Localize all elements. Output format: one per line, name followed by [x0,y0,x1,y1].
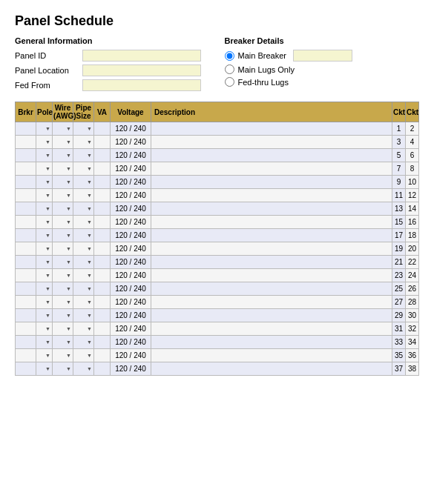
cell-pipe[interactable] [73,362,94,376]
cell-pole[interactable]: 123 [36,256,53,269]
pipe-select[interactable] [73,150,93,162]
cell-pipe[interactable] [73,149,94,162]
cell-pole[interactable]: 123 [36,269,53,282]
cell-pole[interactable]: 123 [36,362,53,376]
cell-pole[interactable]: 123 [36,322,53,336]
pipe-select[interactable] [73,243,93,255]
cell-wire[interactable] [53,122,73,136]
pole-select[interactable]: 123 [36,243,52,255]
cell-description[interactable] [151,282,392,296]
pole-select[interactable]: 123 [36,296,52,308]
pole-select[interactable]: 123 [36,123,52,135]
wire-select[interactable] [53,336,73,348]
pipe-select[interactable] [73,230,93,242]
cell-description[interactable] [151,189,392,202]
cell-pipe[interactable] [73,349,94,362]
cell-wire[interactable] [53,149,73,162]
pole-select[interactable]: 123 [36,310,52,322]
cell-description[interactable] [151,256,392,269]
cell-pipe[interactable] [73,176,94,189]
cell-description[interactable] [151,336,392,349]
cell-wire[interactable] [53,362,73,376]
pole-select[interactable]: 123 [36,363,52,375]
wire-select[interactable] [53,270,73,282]
pole-select[interactable]: 123 [36,336,52,348]
pipe-select[interactable] [73,123,93,135]
cell-description[interactable] [151,122,392,136]
pole-select[interactable]: 123 [36,256,52,268]
cell-description[interactable] [151,242,392,256]
wire-select[interactable] [53,310,73,322]
pipe-select[interactable] [73,256,93,268]
cell-pole[interactable]: 123 [36,349,53,362]
wire-select[interactable] [53,256,73,268]
cell-description[interactable] [151,162,392,176]
pipe-select[interactable] [73,323,93,335]
cell-pipe[interactable] [73,282,94,296]
wire-select[interactable] [53,230,73,242]
wire-select[interactable] [53,123,73,135]
main-breaker-radio[interactable] [225,51,234,61]
pole-select[interactable]: 123 [36,176,52,188]
pipe-select[interactable] [73,176,93,188]
wire-select[interactable] [53,190,73,202]
cell-description[interactable] [151,362,392,376]
cell-pole[interactable]: 123 [36,176,53,189]
cell-pole[interactable]: 123 [36,136,53,149]
pole-select[interactable]: 123 [36,216,52,228]
cell-wire[interactable] [53,136,73,149]
main-breaker-input[interactable] [293,50,352,62]
cell-pole[interactable]: 123 [36,122,53,136]
cell-pipe[interactable] [73,216,94,229]
cell-wire[interactable] [53,162,73,176]
cell-wire[interactable] [53,349,73,362]
pole-select[interactable]: 123 [36,350,52,362]
cell-pole[interactable]: 123 [36,162,53,176]
cell-pipe[interactable] [73,202,94,216]
cell-pipe[interactable] [73,296,94,309]
cell-description[interactable] [151,176,392,189]
wire-select[interactable] [53,243,73,255]
pole-select[interactable]: 123 [36,270,52,282]
cell-pipe[interactable] [73,309,94,322]
cell-pipe[interactable] [73,256,94,269]
pipe-select[interactable] [73,283,93,295]
pole-select[interactable]: 123 [36,150,52,162]
wire-select[interactable] [53,283,73,295]
pole-select[interactable]: 123 [36,136,52,148]
cell-pipe[interactable] [73,136,94,149]
cell-pole[interactable]: 123 [36,229,53,242]
cell-wire[interactable] [53,256,73,269]
cell-pole[interactable]: 123 [36,202,53,216]
cell-pipe[interactable] [73,189,94,202]
cell-description[interactable] [151,269,392,282]
cell-wire[interactable] [53,296,73,309]
cell-wire[interactable] [53,202,73,216]
cell-description[interactable] [151,309,392,322]
panel-id-input[interactable] [82,50,201,62]
cell-wire[interactable] [53,189,73,202]
cell-pole[interactable]: 123 [36,189,53,202]
cell-description[interactable] [151,216,392,229]
panel-location-input[interactable] [82,64,201,76]
pole-select[interactable]: 123 [36,230,52,242]
cell-description[interactable] [151,149,392,162]
pole-select[interactable]: 123 [36,323,52,335]
cell-description[interactable] [151,229,392,242]
cell-description[interactable] [151,296,392,309]
pipe-select[interactable] [73,190,93,202]
pipe-select[interactable] [73,336,93,348]
pipe-select[interactable] [73,203,93,215]
cell-pole[interactable]: 123 [36,149,53,162]
cell-pole[interactable]: 123 [36,296,53,309]
pipe-select[interactable] [73,363,93,375]
cell-wire[interactable] [53,176,73,189]
cell-wire[interactable] [53,282,73,296]
cell-wire[interactable] [53,216,73,229]
cell-pole[interactable]: 123 [36,336,53,349]
cell-wire[interactable] [53,336,73,349]
wire-select[interactable] [53,296,73,308]
cell-pipe[interactable] [73,229,94,242]
cell-description[interactable] [151,136,392,149]
cell-wire[interactable] [53,309,73,322]
